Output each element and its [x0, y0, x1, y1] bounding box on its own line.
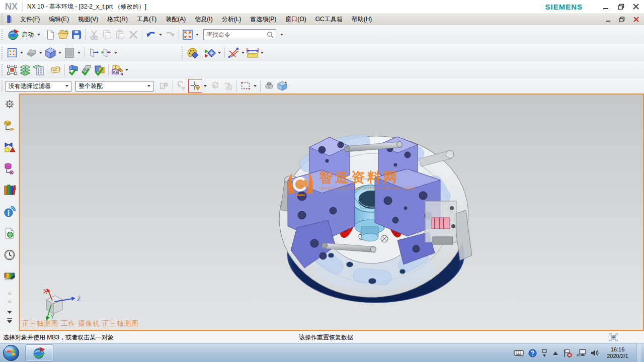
measure-angle-button[interactable]: [227, 46, 240, 59]
fit-window-button[interactable]: [181, 28, 194, 41]
child-restore-button[interactable]: [618, 16, 626, 23]
delete-button[interactable]: [127, 28, 140, 41]
menu-assemblies[interactable]: 装配(A): [161, 13, 190, 25]
menu-view[interactable]: 视图(V): [73, 13, 103, 25]
window-switch-icon[interactable]: [541, 349, 548, 357]
layer-settings-button[interactable]: [19, 63, 32, 76]
show-hidden-icons-icon[interactable]: [552, 351, 558, 355]
new-file-button[interactable]: [44, 28, 57, 41]
show-desktop-button[interactable]: [636, 343, 641, 362]
find-dropdown-arrow-icon[interactable]: [280, 34, 283, 36]
menu-preferences[interactable]: 首选项(P): [246, 13, 281, 25]
3d-model-assembly[interactable]: [20, 95, 643, 330]
child-close-button[interactable]: [632, 16, 640, 23]
solid-body-button[interactable]: [276, 79, 289, 93]
interference-check-button[interactable]: [93, 63, 106, 76]
restore-button[interactable]: [617, 3, 625, 10]
dropdown-arrow-icon[interactable]: [125, 69, 128, 71]
marquee-select-button[interactable]: [239, 79, 252, 93]
toolbar-grip[interactable]: [2, 14, 3, 25]
toolbar-grip[interactable]: [2, 47, 3, 58]
menu-gc-toolbox[interactable]: GC工具箱: [311, 13, 347, 25]
rotate-filter-button[interactable]: [208, 79, 221, 93]
window-clip-icon[interactable]: [609, 333, 618, 341]
toolbar-grip[interactable]: [182, 47, 183, 58]
menu-information[interactable]: 信息(I): [190, 13, 217, 25]
menu-format[interactable]: 格式(R): [103, 13, 132, 25]
help-tray-icon[interactable]: [528, 349, 537, 357]
start-button[interactable]: 启动: [6, 28, 44, 42]
selection-filter-dropdown[interactable]: 没有选择过滤器: [6, 81, 71, 92]
child-minimize-button[interactable]: [604, 16, 612, 23]
paste-button[interactable]: [114, 28, 127, 41]
part-navigator-icon[interactable]: [2, 161, 17, 176]
find-command-input[interactable]: [203, 29, 276, 40]
constraint-check-button[interactable]: [80, 63, 93, 76]
dropdown-arrow-icon[interactable]: [20, 52, 23, 54]
menu-file[interactable]: 文件(F): [16, 13, 44, 25]
volume-icon[interactable]: [591, 349, 599, 357]
minimize-button[interactable]: [602, 3, 610, 10]
dropdown-arrow-icon[interactable]: [77, 52, 80, 54]
scroll-up2-icon[interactable]: [2, 298, 17, 304]
action-center-flag-icon[interactable]: [563, 349, 572, 357]
dropdown-arrow-icon[interactable]: [58, 52, 61, 54]
role-palette-button[interactable]: [186, 46, 199, 59]
dropdown-arrow-icon[interactable]: [218, 52, 221, 54]
constraint-navigator-icon[interactable]: [2, 140, 17, 155]
cut-button[interactable]: [88, 28, 101, 41]
expand-down-icon[interactable]: [2, 309, 17, 315]
isometric-view-button[interactable]: [44, 46, 57, 59]
undo-button[interactable]: [144, 28, 157, 41]
reuse-library-icon[interactable]: [2, 183, 17, 198]
undo-dropdown-arrow-icon[interactable]: [159, 34, 162, 36]
redo-button[interactable]: [164, 28, 177, 41]
dropdown-arrow-icon[interactable]: [242, 52, 245, 54]
assembly-select-button[interactable]: [157, 79, 171, 93]
input-keyboard-icon[interactable]: [514, 349, 524, 356]
fit-dropdown-arrow-icon[interactable]: [196, 34, 199, 36]
copy-button[interactable]: [101, 28, 114, 41]
component-chain-button[interactable]: [221, 79, 234, 93]
clip-section-button[interactable]: [87, 46, 100, 59]
menu-analysis[interactable]: 分析(L): [217, 13, 246, 25]
filter-back-button[interactable]: [175, 79, 188, 93]
menu-tools[interactable]: 工具(T): [132, 13, 161, 25]
fit-view-button[interactable]: [6, 46, 19, 59]
start-button-orb[interactable]: [2, 344, 20, 362]
edit-section-button[interactable]: [100, 46, 113, 59]
nx-taskbar-button[interactable]: [25, 344, 53, 361]
web-page-icon[interactable]: [2, 226, 17, 241]
orient-part-button[interactable]: [25, 46, 38, 59]
snap-point-button[interactable]: [263, 79, 276, 93]
graphics-window[interactable]: 智造资料网 INTELLIGENT MANUFACTURING DATA X Z…: [19, 94, 644, 331]
scroll-up-icon[interactable]: [2, 290, 17, 296]
open-file-button[interactable]: [57, 28, 70, 41]
menu-help[interactable]: 帮助(H): [347, 13, 377, 25]
menu-window[interactable]: 窗口(O): [281, 13, 310, 25]
layer-category-button[interactable]: [32, 63, 45, 76]
close-button[interactable]: [632, 3, 640, 10]
text-edit-button[interactable]: [111, 63, 124, 76]
taskbar-clock[interactable]: 16:16 2020/2/1: [604, 346, 631, 359]
gear-icon[interactable]: [2, 97, 17, 112]
show-hide-button[interactable]: [203, 46, 216, 59]
filter-crosshair-button[interactable]: [188, 79, 202, 93]
network-status-icon[interactable]: [577, 349, 586, 357]
selection-scope-dropdown[interactable]: 整个装配: [75, 81, 153, 92]
assembly-navigator-icon[interactable]: [2, 118, 17, 133]
save-button[interactable]: [70, 28, 83, 41]
dropdown-arrow-icon[interactable]: [204, 85, 207, 87]
toolbar-grip[interactable]: [2, 80, 3, 92]
menu-edit[interactable]: 编辑(E): [44, 13, 73, 25]
shaded-style-button[interactable]: [63, 46, 76, 59]
move-component-button[interactable]: [6, 63, 19, 76]
history-icon[interactable]: [2, 247, 17, 262]
toolbar-grip[interactable]: [2, 64, 3, 75]
dropdown-arrow-icon[interactable]: [39, 52, 42, 54]
toolbar-grip[interactable]: [2, 29, 3, 40]
roles-palette-icon[interactable]: [2, 269, 17, 284]
dropdown-arrow-icon[interactable]: [261, 52, 264, 54]
dropdown-arrow-icon[interactable]: [254, 85, 257, 87]
annotation-note-button[interactable]: [49, 63, 62, 76]
